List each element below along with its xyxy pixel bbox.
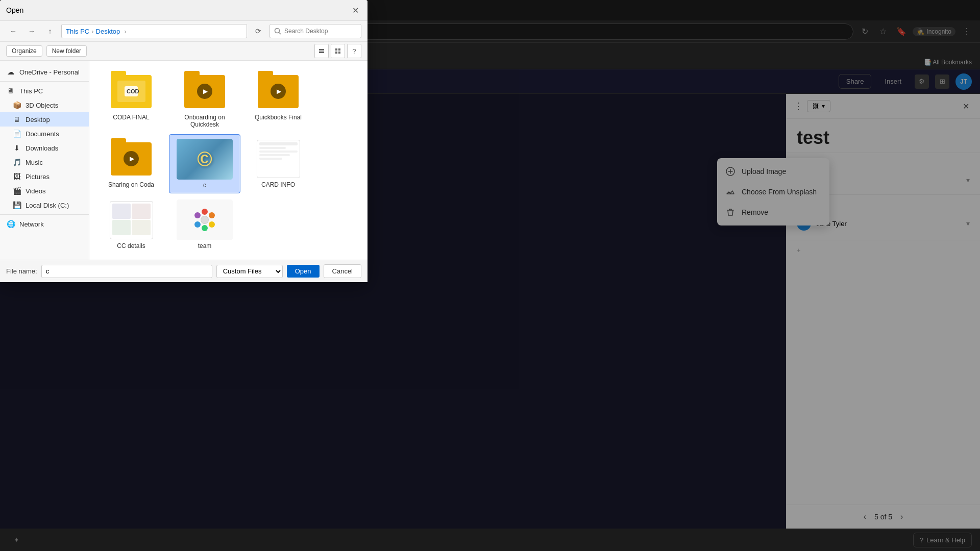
team-preview — [177, 199, 233, 240]
dialog-toolbar: ← → ↑ This PC › Desktop › ⟳ — [0, 21, 368, 42]
sidebar-label-onedrive: OneDrive - Personal — [19, 68, 80, 76]
team-logo-icon — [189, 205, 220, 235]
list-view-icon — [318, 47, 325, 55]
sidebar-item-desktop[interactable]: 🖥 Desktop — [0, 112, 89, 127]
sidebar-item-pictures[interactable]: 🖼 Pictures — [0, 169, 89, 184]
svg-rect-6 — [338, 48, 340, 51]
sidebar-item-videos[interactable]: 🎬 Videos — [0, 184, 89, 198]
file-thumb-coda-final: CODA — [103, 71, 159, 112]
folder-body-4: ▶ — [111, 142, 152, 176]
svg-point-14 — [209, 221, 215, 228]
sidebar-item-downloads[interactable]: ⬇ Downloads — [0, 141, 89, 155]
svg-rect-8 — [338, 52, 340, 54]
svg-rect-7 — [335, 52, 337, 54]
sidebar-label-3dobjects: 3D Objects — [26, 102, 58, 109]
dialog-footer: File name: Custom Files Open Cancel — [0, 260, 368, 282]
grid-view-icon — [334, 47, 341, 55]
sidebar-label-localdisk: Local Disk (C:) — [26, 202, 69, 209]
svg-point-1 — [275, 29, 280, 33]
svg-point-15 — [202, 225, 208, 231]
svg-point-12 — [202, 209, 208, 215]
folder-tab-4 — [111, 138, 126, 143]
file-thumb-cc-details — [103, 199, 159, 240]
sidebar-item-thispc[interactable]: 🖥 This PC — [0, 84, 89, 98]
svg-rect-2 — [319, 49, 324, 50]
file-team[interactable]: team — [169, 195, 240, 254]
search-input[interactable] — [284, 28, 346, 35]
svg-rect-5 — [335, 48, 337, 51]
folder-body-1: CODA — [111, 75, 152, 108]
view-grid-button[interactable] — [331, 44, 345, 58]
file-c-image[interactable]: © c — [169, 134, 240, 193]
dialog-close-button[interactable]: ✕ — [349, 4, 361, 16]
sidebar-item-onedrive[interactable]: ☁ OneDrive - Personal — [0, 65, 89, 79]
file-name-sharing: Sharing on Coda — [108, 181, 154, 188]
desktop-icon: 🖥 — [12, 115, 21, 124]
path-folder[interactable]: Desktop — [96, 28, 120, 35]
sidebar-label-desktop: Desktop — [26, 116, 50, 123]
file-card-info[interactable]: CARD INFO — [242, 134, 314, 193]
file-cc-details[interactable]: CC details — [95, 195, 167, 254]
sidebar-item-network[interactable]: 🌐 Network — [0, 217, 89, 231]
file-quickbooks[interactable]: ▶ Quickbooks Final — [242, 67, 314, 132]
file-thumb-team — [177, 199, 233, 240]
file-name-input[interactable] — [41, 265, 212, 278]
play-icon-2: ▶ — [271, 84, 286, 99]
file-sharing[interactable]: ▶ Sharing on Coda — [95, 134, 167, 193]
svg-point-16 — [194, 221, 201, 228]
sidebar-item-music[interactable]: 🎵 Music — [0, 155, 89, 169]
search-icon — [274, 28, 281, 35]
new-folder-button[interactable]: New folder — [46, 45, 87, 57]
view-list-button[interactable] — [314, 44, 329, 58]
dialog-back-button[interactable]: ← — [6, 24, 20, 38]
file-thumb-card-info — [250, 138, 306, 179]
sidebar-label-downloads: Downloads — [26, 144, 58, 152]
file-onboarding[interactable]: ▶ Onboarding on Quickdesk — [169, 67, 240, 132]
file-name-c: c — [203, 182, 206, 189]
view-buttons: ? — [314, 44, 361, 58]
dialog-refresh-button[interactable]: ⟳ — [251, 24, 265, 38]
sidebar-label-network: Network — [19, 220, 44, 228]
sidebar-item-3dobjects[interactable]: 📦 3D Objects — [0, 98, 89, 112]
path-sep-2: › — [124, 28, 126, 35]
cc-details-doc-preview — [110, 201, 153, 239]
sidebar-label-pictures: Pictures — [26, 173, 50, 181]
network-icon: 🌐 — [6, 219, 15, 229]
dialog-search[interactable] — [270, 24, 361, 38]
sidebar-label-music: Music — [26, 159, 43, 166]
file-name-quickbooks: Quickbooks Final — [255, 114, 302, 121]
file-name-cc-details: CC details — [117, 242, 145, 249]
folder-tab-1 — [111, 71, 126, 76]
dialog-body: ☁ OneDrive - Personal 🖥 This PC 📦 3D Obj… — [0, 61, 368, 260]
file-thumb-sharing: ▶ — [103, 138, 159, 179]
dialog-path: This PC › Desktop › — [61, 24, 247, 38]
path-root[interactable]: This PC — [66, 28, 89, 35]
help-button[interactable]: ? — [347, 44, 361, 58]
folder-body-2: ▶ — [184, 75, 225, 108]
file-name-label: File name: — [6, 267, 37, 275]
onedrive-icon: ☁ — [6, 67, 15, 77]
svg-point-13 — [209, 212, 215, 218]
card-info-doc-preview — [257, 140, 300, 178]
localdisk-icon: 💾 — [12, 201, 21, 210]
sidebar-label-documents: Documents — [26, 130, 59, 138]
sidebar-item-documents[interactable]: 📄 Documents — [0, 127, 89, 141]
file-name-onboarding: Onboarding on Quickdesk — [173, 114, 236, 128]
open-button[interactable]: Open — [287, 265, 320, 278]
pictures-icon: 🖼 — [12, 172, 21, 181]
file-name-card-info: CARD INFO — [261, 181, 295, 188]
organize-button[interactable]: Organize — [6, 45, 42, 57]
dialog-forward-button[interactable]: → — [24, 24, 39, 38]
play-icon-1: ▶ — [197, 84, 212, 99]
file-thumb-c: © — [177, 139, 233, 180]
file-coda-final[interactable]: CODA CODA FINAL — [95, 67, 167, 132]
file-thumb-quickbooks: ▶ — [250, 71, 306, 112]
c-image-preview: © — [177, 139, 233, 180]
dialog-up-button[interactable]: ↑ — [43, 24, 57, 38]
file-type-select[interactable]: Custom Files — [216, 265, 283, 278]
sidebar-item-localdisk[interactable]: 💾 Local Disk (C:) — [0, 198, 89, 212]
music-icon: 🎵 — [12, 158, 21, 167]
file-thumb-onboarding: ▶ — [177, 71, 233, 112]
cancel-button[interactable]: Cancel — [324, 264, 361, 278]
downloads-icon: ⬇ — [12, 143, 21, 153]
